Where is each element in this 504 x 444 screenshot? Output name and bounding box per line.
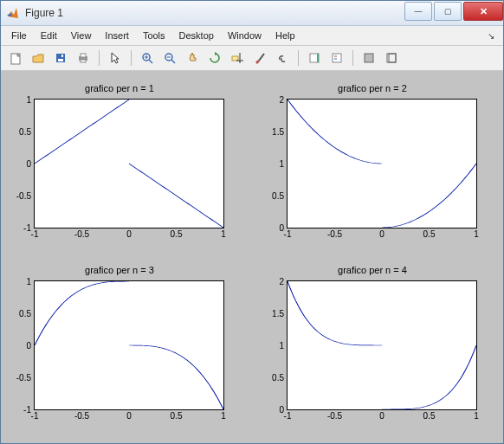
- zoom-in-icon[interactable]: [138, 48, 157, 68]
- matlab-icon: [6, 6, 20, 20]
- x-tick-label: 1: [221, 409, 226, 421]
- menu-edit[interactable]: Edit: [34, 29, 64, 42]
- x-tick-label: 0.5: [423, 409, 436, 421]
- x-tick-label: -0.5: [327, 409, 342, 421]
- plot-canvas: [288, 281, 476, 409]
- data-line: [382, 164, 476, 228]
- x-tick-label: -1: [31, 228, 39, 239]
- y-tick-label: 2: [279, 277, 288, 286]
- menu-window[interactable]: Window: [221, 29, 268, 42]
- close-button[interactable]: ✕: [463, 2, 503, 21]
- subplot-4: grafico per n = 400.511.52-1-0.500.51: [262, 265, 482, 428]
- y-tick-label: -0.5: [16, 191, 35, 201]
- subplot-2: grafico per n = 200.511.52-1-0.500.51: [262, 83, 482, 246]
- subplot-title: grafico per n = 4: [262, 265, 482, 275]
- y-tick-label: 1: [26, 95, 35, 105]
- x-tick-label: -0.5: [327, 228, 342, 239]
- x-tick-label: -0.5: [74, 228, 89, 239]
- svg-line-12: [171, 60, 175, 63]
- y-tick-label: 0.5: [272, 373, 288, 383]
- data-line: [35, 281, 129, 345]
- toolbar-separator: [131, 50, 132, 66]
- y-tick-label: 0: [26, 341, 35, 351]
- axes[interactable]: -1-0.500.51-1-0.500.51: [34, 280, 224, 410]
- plot-canvas: [35, 100, 223, 228]
- y-tick-label: 2: [279, 95, 288, 105]
- print-icon[interactable]: [74, 48, 93, 68]
- pointer-icon[interactable]: [106, 48, 125, 68]
- x-tick-label: -1: [284, 228, 292, 239]
- x-tick-label: 1: [221, 228, 226, 239]
- brush-icon[interactable]: [250, 48, 269, 68]
- dock-icon[interactable]: ↘: [482, 29, 500, 42]
- colorbar-icon[interactable]: [305, 48, 324, 68]
- subplot-grid: grafico per n = 1-1-0.500.51-1-0.500.51g…: [10, 83, 482, 428]
- menu-insert[interactable]: Insert: [98, 29, 136, 42]
- menu-view[interactable]: View: [64, 29, 99, 42]
- x-tick-label: 0: [379, 228, 384, 239]
- data-cursor-icon[interactable]: [228, 48, 247, 68]
- figure-window: Figure 1 — ▢ ✕ File Edit View Insert Too…: [0, 0, 504, 444]
- hide-tools-icon[interactable]: [359, 48, 378, 68]
- axes[interactable]: 00.511.52-1-0.500.51: [287, 280, 477, 410]
- rotate-icon[interactable]: [205, 48, 224, 68]
- y-tick-label: 1.5: [272, 127, 288, 137]
- x-tick-label: -0.5: [74, 409, 89, 421]
- pan-icon[interactable]: [183, 48, 202, 68]
- y-tick-label: 0.5: [19, 309, 35, 319]
- subplot-1: grafico per n = 1-1-0.500.51-1-0.500.51: [10, 83, 229, 246]
- open-icon[interactable]: [29, 48, 48, 68]
- y-tick-label: -0.5: [16, 373, 35, 383]
- menu-help[interactable]: Help: [268, 29, 302, 42]
- axes[interactable]: -1-0.500.51-1-0.500.51: [34, 99, 224, 228]
- x-tick-label: -1: [31, 409, 39, 421]
- show-tools-icon[interactable]: [382, 48, 401, 68]
- window-title: Figure 1: [25, 7, 404, 19]
- data-line: [129, 164, 223, 228]
- x-tick-label: 0: [379, 409, 384, 421]
- subplot-title: grafico per n = 3: [10, 265, 229, 275]
- data-line: [129, 345, 223, 409]
- x-tick-label: 0: [126, 228, 132, 239]
- svg-rect-25: [389, 54, 396, 62]
- axes[interactable]: 00.511.52-1-0.500.51: [287, 99, 477, 228]
- menu-file[interactable]: File: [4, 29, 34, 42]
- svg-rect-20: [333, 54, 341, 62]
- menu-desktop[interactable]: Desktop: [172, 29, 221, 42]
- legend-icon[interactable]: [327, 48, 346, 68]
- data-line: [288, 100, 382, 164]
- new-figure-icon[interactable]: [6, 48, 25, 68]
- svg-rect-23: [365, 54, 373, 62]
- svg-line-8: [149, 60, 152, 63]
- svg-rect-2: [58, 59, 63, 61]
- data-line: [288, 281, 382, 345]
- plot-canvas: [288, 100, 476, 228]
- y-tick-label: 0.5: [19, 127, 35, 137]
- svg-line-17: [259, 54, 264, 61]
- toolbar-separator: [352, 50, 353, 66]
- minimize-button[interactable]: —: [404, 2, 432, 21]
- y-tick-label: 1: [279, 341, 288, 351]
- x-tick-label: 1: [474, 228, 479, 239]
- y-tick-label: 1.5: [272, 309, 288, 319]
- toolbar-separator: [99, 50, 100, 66]
- svg-rect-5: [81, 54, 86, 57]
- y-tick-label: 1: [279, 159, 288, 169]
- x-tick-label: 0.5: [423, 228, 436, 239]
- x-tick-label: 0: [126, 409, 132, 421]
- titlebar[interactable]: Figure 1 — ▢ ✕: [1, 1, 503, 26]
- svg-rect-14: [232, 56, 238, 61]
- y-tick-label: 1: [26, 277, 35, 286]
- menu-tools[interactable]: Tools: [136, 29, 172, 42]
- x-tick-label: 0.5: [171, 409, 183, 421]
- toolbar-separator: [298, 50, 299, 66]
- y-tick-label: 0: [26, 159, 35, 169]
- save-icon[interactable]: [51, 48, 70, 68]
- x-tick-label: 0.5: [171, 228, 183, 239]
- zoom-out-icon[interactable]: [160, 48, 179, 68]
- y-tick-label: 0.5: [272, 191, 288, 201]
- link-icon[interactable]: [273, 48, 292, 68]
- subplot-3: grafico per n = 3-1-0.500.51-1-0.500.51: [10, 265, 229, 428]
- maximize-button[interactable]: ▢: [434, 2, 462, 21]
- subplot-title: grafico per n = 1: [10, 83, 229, 93]
